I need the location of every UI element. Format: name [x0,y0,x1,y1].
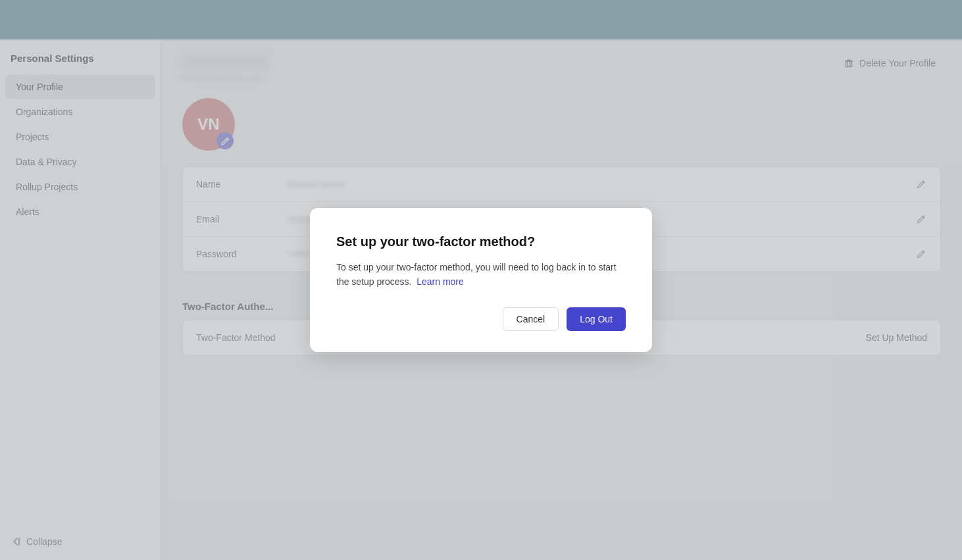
modal-title: Set up your two-factor method? [336,234,626,249]
modal-actions: Cancel Log Out [336,307,626,331]
learn-more-link[interactable]: Learn more [417,276,464,287]
cancel-button[interactable]: Cancel [503,307,559,331]
logout-button[interactable]: Log Out [567,307,626,331]
modal-overlay: Set up your two-factor method? To set up… [0,0,962,560]
modal-body: To set up your two-factor method, you wi… [336,260,626,290]
two-factor-modal: Set up your two-factor method? To set up… [310,208,652,353]
